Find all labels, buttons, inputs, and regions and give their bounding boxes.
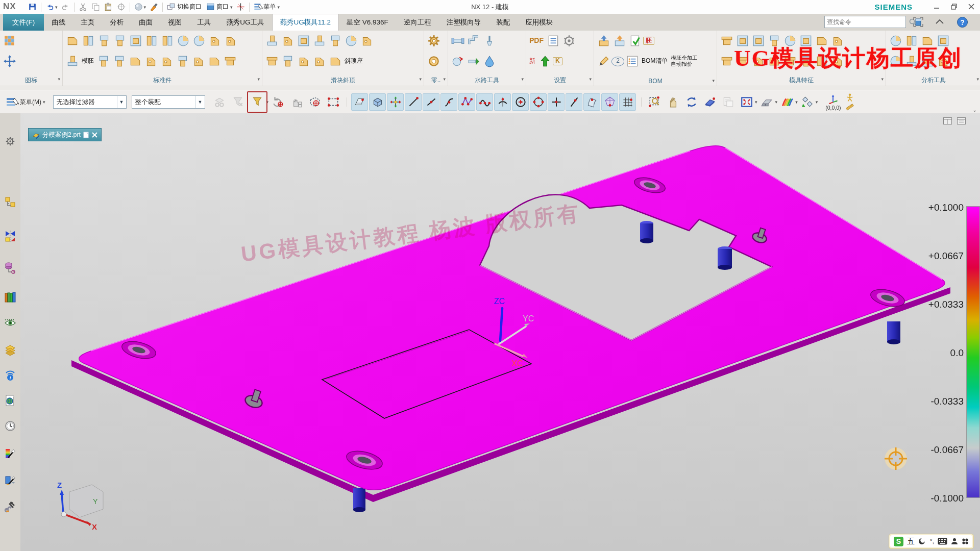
ribbon-group-label[interactable]: 模具特征▾ bbox=[717, 76, 886, 85]
render-sphere-button[interactable]: ▾ bbox=[133, 2, 148, 13]
slider-comb[interactable] bbox=[327, 52, 343, 70]
slider-hatch[interactable] bbox=[343, 32, 359, 50]
ana-angle[interactable] bbox=[903, 52, 919, 70]
menu-button[interactable]: 菜单(M) ▾ bbox=[3, 95, 48, 109]
slider-body[interactable] bbox=[264, 32, 280, 50]
menu-tab-item[interactable]: 工具 bbox=[189, 14, 218, 31]
command-finder-input[interactable] bbox=[825, 17, 908, 27]
std-hanger[interactable] bbox=[207, 32, 223, 50]
snap-curve-toggle[interactable] bbox=[440, 93, 457, 111]
facet-shade-button[interactable] bbox=[798, 92, 817, 112]
slider-f[interactable] bbox=[280, 52, 296, 70]
mold-step[interactable] bbox=[829, 32, 845, 50]
std-tt[interactable] bbox=[111, 52, 127, 70]
ribbon-group-label[interactable]: 零..▾ bbox=[424, 76, 448, 85]
bom-edit[interactable] bbox=[596, 52, 611, 70]
toolbar-overflow[interactable]: ⌄ bbox=[973, 107, 977, 113]
water-drop[interactable] bbox=[481, 52, 497, 70]
std-screw[interactable] bbox=[112, 32, 128, 50]
snap-midpoint-toggle[interactable] bbox=[423, 93, 439, 111]
menu-cascade-button[interactable]: 菜单▾ bbox=[252, 2, 281, 13]
snap-circle-center-toggle[interactable] bbox=[512, 93, 529, 111]
ribbon-group-label[interactable]: 水路工具▾ bbox=[448, 76, 526, 85]
icon-move[interactable] bbox=[2, 52, 17, 70]
menu-tab-file[interactable]: 文件(F) bbox=[3, 14, 44, 31]
pan-button[interactable] bbox=[664, 92, 682, 112]
paste-button[interactable] bbox=[103, 2, 114, 13]
water-plug[interactable] bbox=[481, 32, 497, 50]
ana-ramp[interactable] bbox=[903, 32, 919, 50]
std-holes[interactable] bbox=[159, 52, 175, 70]
menu-tab-item[interactable]: 注塑模向导 bbox=[439, 14, 489, 31]
mold-pocket[interactable] bbox=[750, 52, 766, 70]
web-info-tab[interactable]: i bbox=[3, 367, 17, 383]
snap-ellipse-toggle[interactable] bbox=[530, 93, 547, 111]
new-tab-icon[interactable] bbox=[83, 132, 89, 138]
save-button[interactable] bbox=[27, 2, 38, 13]
layout-icon[interactable] bbox=[957, 117, 966, 124]
set-sheet[interactable] bbox=[545, 32, 561, 50]
menu-tab-item[interactable]: 曲线 bbox=[44, 14, 73, 31]
filter-off-button[interactable] bbox=[229, 92, 247, 112]
menu-tab-item[interactable]: 装配 bbox=[488, 14, 518, 31]
std-head[interactable] bbox=[64, 52, 80, 70]
ime-punct[interactable]: °, bbox=[930, 538, 934, 545]
ana-flow[interactable] bbox=[919, 52, 935, 70]
snap-spline-toggle[interactable] bbox=[458, 93, 475, 111]
ribbon-text-command[interactable]: K bbox=[553, 57, 562, 65]
graphics-viewport[interactable]: ZC YC XC Z X Y bbox=[20, 113, 980, 551]
ribbon-text-command[interactable]: 新 bbox=[528, 58, 537, 64]
hand-select-button[interactable] bbox=[287, 92, 306, 112]
reuse-library-tab[interactable] bbox=[3, 290, 17, 305]
ana-grid[interactable] bbox=[935, 32, 951, 50]
std-oval[interactable] bbox=[175, 32, 191, 50]
snap-facet-toggle[interactable] bbox=[601, 93, 618, 111]
clipboard-button[interactable] bbox=[719, 92, 738, 112]
snap-grid-toggle[interactable] bbox=[619, 93, 636, 111]
selection-filter-combo[interactable]: 无选择过滤器 ▼ bbox=[53, 95, 127, 109]
menu-tab-item[interactable]: 星空 V6.936F bbox=[339, 14, 396, 31]
std-spring[interactable] bbox=[128, 32, 143, 50]
water-joint[interactable] bbox=[465, 32, 481, 50]
mold-trim[interactable] bbox=[814, 52, 829, 70]
mold-column[interactable] bbox=[750, 32, 766, 50]
std-u[interactable] bbox=[127, 52, 143, 70]
std-wedge[interactable] bbox=[175, 52, 190, 70]
slider-clamp[interactable] bbox=[311, 52, 327, 70]
csys-orient-tool[interactable]: (0,0,0) bbox=[825, 93, 841, 111]
snap-sheet-toggle[interactable] bbox=[583, 93, 600, 111]
ribbon-group-label[interactable]: 图标▾ bbox=[0, 76, 62, 85]
snap-line-toggle[interactable] bbox=[405, 93, 422, 111]
constraint-navigator-tab[interactable] bbox=[3, 229, 17, 244]
layers-tab[interactable] bbox=[3, 342, 17, 357]
mold-tab[interactable] bbox=[766, 32, 782, 50]
water-arrow[interactable] bbox=[465, 52, 481, 70]
point-constructor-button[interactable] bbox=[235, 2, 247, 13]
snap-point-toggle[interactable] bbox=[548, 93, 565, 111]
menu-tab-item[interactable]: 视图 bbox=[160, 14, 189, 31]
visualization-eye-tab[interactable] bbox=[3, 315, 17, 331]
std-plate[interactable] bbox=[191, 32, 207, 50]
snap-arc-center-toggle[interactable] bbox=[494, 93, 511, 111]
menu-tab-item[interactable]: 应用模块 bbox=[518, 14, 560, 31]
ribbon-text-command[interactable]: 2 bbox=[611, 57, 624, 66]
tooling-kit-tab[interactable] bbox=[3, 499, 17, 514]
fit-view-button[interactable] bbox=[738, 92, 756, 112]
slider-grid[interactable] bbox=[327, 32, 343, 50]
history-clock-tab[interactable] bbox=[3, 418, 17, 434]
mold-slot[interactable] bbox=[798, 32, 814, 50]
ribbon-text-command[interactable]: 胚 bbox=[643, 37, 654, 44]
switch-window-button[interactable]: 切换窗口 bbox=[165, 2, 204, 13]
snap-polyline-toggle[interactable] bbox=[476, 93, 493, 111]
selection-scope-combo[interactable]: 整个装配 ▼ bbox=[132, 95, 205, 109]
slider-blank[interactable] bbox=[264, 52, 280, 70]
mold-split[interactable] bbox=[829, 52, 845, 70]
roles-gear-tab[interactable] bbox=[3, 134, 17, 149]
std-compass[interactable] bbox=[222, 52, 238, 70]
artistic-button[interactable] bbox=[778, 92, 796, 112]
std-guide[interactable] bbox=[95, 52, 111, 70]
mold-clip[interactable] bbox=[814, 32, 829, 50]
menu-tab-item[interactable]: 曲面 bbox=[131, 14, 160, 31]
menu-tab-item[interactable]: 分析 bbox=[102, 14, 131, 31]
paint-brush-button[interactable] bbox=[148, 2, 160, 13]
